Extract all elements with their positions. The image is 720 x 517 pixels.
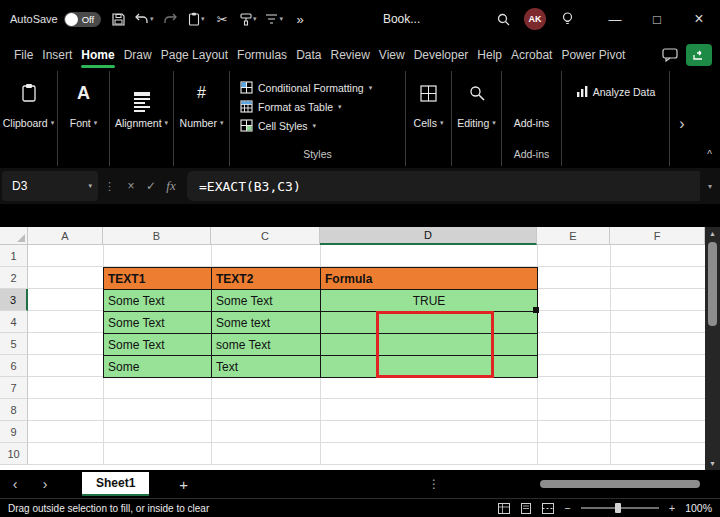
- autosave-switch[interactable]: Off: [64, 12, 102, 27]
- ribbon-overflow-button[interactable]: ›: [670, 71, 694, 166]
- autosave-toggle[interactable]: AutoSave Off: [10, 12, 101, 27]
- row-header-9[interactable]: 9: [0, 421, 28, 443]
- row-header-7[interactable]: 7: [0, 377, 28, 399]
- cell-C6[interactable]: Text: [212, 356, 321, 378]
- alignment-group[interactable]: Alignment▾: [110, 71, 174, 166]
- cell-D2[interactable]: Formula: [321, 268, 538, 290]
- zoom-out-button[interactable]: −: [564, 502, 570, 514]
- search-button[interactable]: [490, 5, 516, 33]
- horizontal-scrollbar-thumb[interactable]: [540, 480, 700, 488]
- row-header-8[interactable]: 8: [0, 399, 28, 421]
- cell-B2[interactable]: TEXT1: [104, 268, 212, 290]
- prev-sheet-button[interactable]: ‹: [0, 476, 30, 492]
- tab-draw[interactable]: Draw: [124, 38, 152, 71]
- tab-power-pivot[interactable]: Power Pivot: [561, 38, 625, 71]
- drag-handle-icon[interactable]: ⋮: [98, 180, 121, 193]
- fill-handle[interactable]: [533, 307, 539, 313]
- vertical-scrollbar-thumb[interactable]: [708, 242, 717, 326]
- vertical-scrollbar[interactable]: ▲ ▼: [705, 227, 720, 470]
- cell-styles-button[interactable]: Cell Styles ▾: [230, 116, 316, 135]
- row-header-1[interactable]: 1: [0, 245, 28, 267]
- cell-B5[interactable]: Some Text: [104, 334, 212, 356]
- tab-home[interactable]: Home: [81, 38, 114, 71]
- cell-D4[interactable]: [321, 312, 538, 334]
- zoom-slider-thumb[interactable]: [615, 503, 621, 513]
- tab-developer[interactable]: Developer: [414, 38, 469, 71]
- maximize-button[interactable]: □: [636, 0, 678, 38]
- close-button[interactable]: ×: [678, 0, 720, 38]
- format-painter-button[interactable]: ▾: [235, 5, 261, 33]
- cell-B6[interactable]: Some: [104, 356, 212, 378]
- column-header-f[interactable]: F: [610, 227, 705, 245]
- column-header-d[interactable]: D: [320, 227, 537, 245]
- tab-page-layout[interactable]: Page Layout: [161, 38, 228, 71]
- tab-review[interactable]: Review: [330, 38, 369, 71]
- scroll-down-button[interactable]: ▼: [705, 457, 720, 470]
- row-header-6[interactable]: 6: [0, 355, 28, 377]
- cell-C2[interactable]: TEXT2: [212, 268, 321, 290]
- tell-me-button[interactable]: [554, 5, 580, 33]
- formula-input[interactable]: =EXACT(B3,C3): [187, 171, 700, 201]
- column-header-e[interactable]: E: [537, 227, 610, 245]
- format-as-table-button[interactable]: Format as Table ▾: [230, 97, 342, 116]
- cell-C3[interactable]: Some Text: [212, 290, 321, 312]
- next-sheet-button[interactable]: ›: [30, 476, 60, 492]
- share-button[interactable]: [686, 44, 712, 66]
- save-button[interactable]: [105, 5, 131, 33]
- row-header-2[interactable]: 2: [0, 267, 28, 289]
- tab-acrobat[interactable]: Acrobat: [511, 38, 552, 71]
- cell-C5[interactable]: some Text: [212, 334, 321, 356]
- column-header-b[interactable]: B: [103, 227, 211, 245]
- new-sheet-button[interactable]: +: [179, 476, 188, 493]
- tabbar-splitter-handle[interactable]: ⋮: [428, 477, 440, 491]
- sheet-tab-sheet1[interactable]: Sheet1: [82, 472, 149, 496]
- normal-view-button[interactable]: [498, 503, 510, 514]
- scroll-up-button[interactable]: ▲: [705, 227, 720, 240]
- redo-button[interactable]: [157, 5, 183, 33]
- comments-button[interactable]: [662, 48, 678, 62]
- select-all-button[interactable]: [0, 227, 28, 245]
- column-header-a[interactable]: A: [28, 227, 103, 245]
- row-header-4[interactable]: 4: [0, 311, 28, 333]
- expand-formula-bar-button[interactable]: ▾: [700, 182, 720, 191]
- tab-help[interactable]: Help: [477, 38, 502, 71]
- name-box[interactable]: D3 ▾: [2, 171, 98, 201]
- cells-group[interactable]: Cells▾: [406, 71, 452, 166]
- row-header-10[interactable]: 10: [0, 443, 28, 465]
- analyze-data-group[interactable]: Analyze Data: [562, 71, 670, 166]
- cell-B4[interactable]: Some Text: [104, 312, 212, 334]
- cell-B3[interactable]: Some Text: [104, 290, 212, 312]
- number-group[interactable]: # Number▾: [174, 71, 230, 166]
- row-header-5[interactable]: 5: [0, 333, 28, 355]
- row-header-3[interactable]: 3: [0, 289, 28, 311]
- cancel-button[interactable]: ×: [121, 174, 141, 198]
- cell-D6[interactable]: [321, 356, 538, 378]
- cut-button[interactable]: ✂: [209, 5, 235, 33]
- clipboard-group[interactable]: Clipboard▾: [0, 71, 58, 166]
- page-layout-view-button[interactable]: [520, 503, 532, 514]
- editing-group[interactable]: Editing▾: [452, 71, 502, 166]
- paste-button[interactable]: ▾: [183, 5, 209, 33]
- tab-insert[interactable]: Insert: [42, 38, 72, 71]
- enter-button[interactable]: ✓: [141, 174, 161, 198]
- sort-filter-button[interactable]: ▾: [261, 5, 287, 33]
- cell-D3[interactable]: TRUE: [321, 290, 538, 312]
- page-break-view-button[interactable]: [542, 503, 554, 514]
- collapse-ribbon-button[interactable]: ^: [707, 149, 712, 160]
- font-group[interactable]: A Font▾: [58, 71, 110, 166]
- more-commands-button[interactable]: »: [287, 5, 313, 33]
- zoom-in-button[interactable]: +: [669, 502, 675, 514]
- cell-D5[interactable]: [321, 334, 538, 356]
- zoom-slider[interactable]: [581, 507, 659, 509]
- insert-function-button[interactable]: fx: [161, 174, 181, 198]
- column-header-c[interactable]: C: [211, 227, 320, 245]
- undo-button[interactable]: ▾: [131, 5, 157, 33]
- tab-view[interactable]: View: [379, 38, 405, 71]
- minimize-button[interactable]: —: [594, 0, 636, 38]
- tab-file[interactable]: File: [14, 38, 33, 71]
- tab-formulas[interactable]: Formulas: [237, 38, 287, 71]
- cell-C4[interactable]: Some text: [212, 312, 321, 334]
- avatar[interactable]: AK: [524, 8, 546, 30]
- addins-group[interactable]: Add-ins Add-ins: [502, 71, 562, 166]
- conditional-formatting-button[interactable]: Conditional Formatting ▾: [230, 78, 372, 97]
